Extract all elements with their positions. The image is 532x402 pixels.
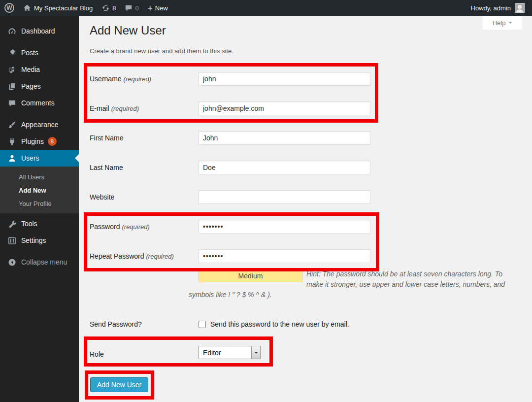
help-tab-button[interactable]: Help xyxy=(483,16,522,30)
update-count: 8 xyxy=(112,4,116,12)
comment-bubble-icon xyxy=(125,4,133,12)
users-icon xyxy=(7,154,17,163)
dashboard-icon xyxy=(7,27,17,35)
comment-count: 0 xyxy=(135,4,138,12)
updates-button[interactable]: 8 xyxy=(97,0,120,16)
email-label: E-mail(required) xyxy=(90,104,139,112)
admin-menu: Dashboard Posts Media Pages Comments App… xyxy=(0,16,79,402)
sidebar-item-label: Plugins xyxy=(21,137,44,145)
settings-sliders-icon xyxy=(7,236,17,245)
howdy-text: Howdy, admin xyxy=(471,4,511,12)
password-hint-block: Medium Hint: The password should be at l… xyxy=(189,269,510,300)
chevron-down-icon xyxy=(508,22,512,26)
page-subtitle: Create a brand new user and add them to … xyxy=(90,47,233,55)
website-input[interactable] xyxy=(199,190,370,204)
collapse-arrow-icon xyxy=(7,258,17,267)
media-icon xyxy=(7,66,17,74)
site-name-button[interactable]: My Spectacular Blog xyxy=(19,0,97,16)
plugin-icon xyxy=(7,137,17,146)
comments-icon xyxy=(7,99,17,107)
sidebar-item-dashboard[interactable]: Dashboard xyxy=(0,23,79,39)
sidebar-item-posts[interactable]: Posts xyxy=(0,44,79,61)
password-input[interactable] xyxy=(199,220,370,234)
password-strength-meter: Medium xyxy=(199,270,302,282)
sidebar-item-settings[interactable]: Settings xyxy=(0,232,79,249)
appearance-brush-icon xyxy=(7,121,17,129)
role-select[interactable]: Editor xyxy=(199,346,261,359)
sidebar-item-label: Dashboard xyxy=(21,27,55,35)
current-menu-arrow-icon xyxy=(75,154,79,162)
sidebar-item-label: Settings xyxy=(21,236,46,244)
wordpress-logo-icon: W xyxy=(4,3,14,13)
account-menu[interactable]: Howdy, admin xyxy=(466,0,529,16)
content-area: Help Add New User Create a brand new use… xyxy=(79,16,532,402)
site-name-label: My Spectacular Blog xyxy=(34,4,93,12)
collapse-menu-button[interactable]: Collapse menu xyxy=(0,254,79,270)
submenu-item-your-profile[interactable]: Your Profile xyxy=(0,197,79,210)
website-label: Website xyxy=(90,193,114,201)
last-name-label: Last Name xyxy=(90,164,123,171)
updates-icon xyxy=(101,4,110,12)
sidebar-item-media[interactable]: Media xyxy=(0,61,79,78)
sidebar-item-label: Tools xyxy=(21,220,37,228)
send-password-checkbox-label: Send this password to the new user by em… xyxy=(210,320,349,328)
pushpin-icon xyxy=(7,49,17,57)
sidebar-item-plugins[interactable]: Plugins 8 xyxy=(0,133,79,150)
sidebar-item-comments[interactable]: Comments xyxy=(0,95,79,111)
submenu-item-add-new[interactable]: Add New xyxy=(0,184,79,197)
sidebar-item-label: Media xyxy=(21,66,40,73)
sidebar-item-label: Collapse menu xyxy=(21,258,67,266)
sidebar-item-label: Pages xyxy=(21,82,41,90)
help-label: Help xyxy=(493,19,506,27)
password-label: Password(required) xyxy=(90,223,150,231)
role-selected-value: Editor xyxy=(199,346,251,359)
sidebar-item-label: Comments xyxy=(21,99,55,107)
new-label: New xyxy=(155,4,168,12)
tools-wrench-icon xyxy=(7,220,17,228)
submenu-item-all-users[interactable]: All Users xyxy=(0,170,79,184)
add-new-user-button[interactable]: Add New User xyxy=(90,377,148,392)
comments-button[interactable]: 0 xyxy=(120,0,143,16)
users-submenu: All Users Add New Your Profile xyxy=(0,167,79,213)
username-input[interactable] xyxy=(199,72,370,86)
sidebar-item-label: Users xyxy=(21,154,39,162)
new-content-button[interactable]: + New xyxy=(143,0,172,16)
plugins-update-badge: 8 xyxy=(48,137,57,146)
select-dropdown-button[interactable] xyxy=(251,346,260,359)
send-password-label: Send Password? xyxy=(90,320,142,328)
chevron-down-icon xyxy=(254,352,258,356)
plus-icon: + xyxy=(148,4,153,12)
sidebar-item-tools[interactable]: Tools xyxy=(0,215,79,232)
sidebar-item-label: Posts xyxy=(21,49,38,57)
username-label: Username(required) xyxy=(90,75,151,83)
sidebar-item-label: Appearance xyxy=(21,121,59,129)
email-input[interactable] xyxy=(199,101,370,115)
page-title: Add New User xyxy=(90,24,166,37)
send-password-checkbox[interactable] xyxy=(199,321,206,328)
admin-bar: W My Spectacular Blog 8 0 + Ne xyxy=(0,0,532,16)
repeat-password-input[interactable] xyxy=(199,249,370,263)
last-name-input[interactable] xyxy=(199,161,370,174)
wp-logo-button[interactable]: W xyxy=(0,0,19,16)
sidebar-item-users[interactable]: Users xyxy=(0,150,79,167)
avatar xyxy=(515,3,525,13)
first-name-input[interactable] xyxy=(199,131,370,145)
sidebar-item-appearance[interactable]: Appearance xyxy=(0,116,79,133)
sidebar-item-pages[interactable]: Pages xyxy=(0,78,79,95)
first-name-label: First Name xyxy=(90,134,123,142)
role-label: Role xyxy=(90,350,104,358)
repeat-password-label: Repeat Password(required) xyxy=(90,252,174,260)
pages-icon xyxy=(7,82,17,91)
home-icon xyxy=(23,4,31,12)
